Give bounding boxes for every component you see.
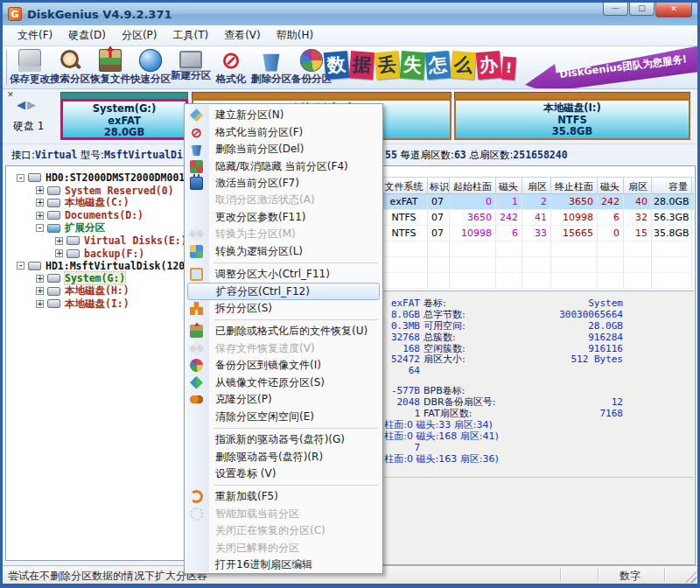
detail-label: 可用空间:	[424, 321, 511, 332]
maximize-button[interactable]: □	[629, 3, 654, 16]
smart-load-icon	[190, 508, 203, 521]
context-menu-item[interactable]: 删除驱动器号(盘符)(R)	[186, 448, 382, 465]
column-header[interactable]: 磁头	[598, 178, 624, 193]
context-menu-item[interactable]: 重新加载(F5)	[186, 488, 382, 505]
detail-chs-text: (柱面:0 磁头:168 扇区:41)	[381, 431, 499, 443]
table-cell: 33	[522, 226, 551, 242]
toolbar-button[interactable]: 快速分区	[130, 48, 171, 88]
table-cell: 07	[428, 226, 450, 242]
context-menu-item[interactable]: 备份分区到镜像文件(I)	[186, 357, 382, 374]
resize-grip[interactable]	[685, 571, 696, 583]
context-menu-item: 关闭正在恢复的分区(C)	[186, 522, 382, 539]
collapse-icon[interactable]: -	[17, 174, 24, 182]
column-header[interactable]: 扇区	[522, 178, 551, 193]
column-header[interactable]: 起始柱面	[450, 178, 496, 193]
partition-block[interactable]: System(G:)exFAT28.0GB	[60, 92, 188, 140]
toolbar-button[interactable]: 恢复文件	[90, 48, 130, 88]
next-disk-icon[interactable]: ▶	[27, 98, 36, 111]
menu-item[interactable]: 工具(T)	[164, 25, 216, 46]
status-separator	[560, 568, 561, 582]
context-menu-item-label: 建立新分区(N)	[215, 108, 284, 122]
context-menu-item[interactable]: 从镜像文件还原分区(S)	[186, 374, 382, 391]
disk-label: 硬盘 1	[13, 119, 44, 134]
context-menu-item[interactable]: 删除当前分区(Del)	[186, 141, 382, 158]
context-menu-item[interactable]: 隐藏/取消隐藏 当前分区(F4)	[186, 158, 382, 174]
partition-icon	[47, 299, 60, 308]
panel-close-icon[interactable]: ✕	[5, 90, 16, 101]
table-cell: 242	[496, 210, 522, 226]
context-menu-item[interactable]: 已删除或格式化后的文件恢复(U)	[186, 323, 382, 340]
context-menu-item[interactable]: 清除分区空闲空间(E)	[186, 408, 382, 424]
menu-item[interactable]: 查看(V)	[216, 25, 269, 46]
menu-bar: 文件(F)硬盘(D)分区(P)工具(T)查看(V)帮助(H)	[3, 25, 697, 46]
column-header[interactable]: 标识	[428, 178, 450, 193]
prev-disk-icon[interactable]: ◀	[17, 98, 25, 111]
disk-icon	[28, 262, 41, 270]
column-header[interactable]: 容量	[652, 178, 692, 193]
detail-value	[511, 386, 623, 397]
expand-icon[interactable]: +	[36, 186, 44, 194]
context-menu-item[interactable]: 设置卷标 (V)	[186, 466, 382, 482]
banner-tile: 么	[451, 51, 476, 80]
column-header[interactable]: 扇区	[624, 178, 652, 193]
expand-icon[interactable]: +	[55, 249, 63, 257]
convert-logical-icon	[190, 245, 203, 258]
reload-icon	[190, 490, 203, 503]
tree-item-label: 本地磁盘(C:)	[65, 196, 130, 209]
column-header[interactable]: 文件系统	[382, 178, 428, 193]
save-progress-icon	[188, 340, 204, 356]
search-partition-icon	[59, 49, 81, 72]
expand-icon[interactable]: +	[36, 300, 44, 308]
expand-icon[interactable]: +	[55, 237, 63, 245]
collapse-icon[interactable]: -	[17, 262, 24, 270]
context-menu-item-label: 格式化当前分区(F)	[215, 125, 303, 140]
expand-icon[interactable]: +	[36, 287, 44, 295]
tree-item-label: Documents(D:)	[65, 209, 144, 221]
detail-value: System	[511, 298, 623, 310]
table-cell: 56.3GB	[652, 210, 692, 226]
toolbar-button-label: 保存更改	[10, 73, 50, 86]
column-header[interactable]: 磁头	[496, 178, 522, 193]
expand-icon[interactable]: +	[36, 199, 44, 206]
context-menu-item[interactable]: 克隆分区(P)	[186, 391, 382, 408]
file-recovery-icon	[190, 325, 203, 338]
close-button[interactable]: ✕	[655, 3, 692, 18]
context-menu-item[interactable]: 拆分分区(S)	[186, 300, 382, 317]
column-header[interactable]: 终止柱面	[551, 178, 598, 193]
collapse-icon[interactable]: -	[36, 224, 44, 232]
context-menu-item[interactable]: 调整分区大小(Ctrl_F11)	[186, 266, 382, 283]
banner-tile: 据	[349, 51, 374, 80]
toolbar-button[interactable]: 删除分区	[251, 48, 291, 88]
toolbar-button[interactable]: 保存更改	[10, 48, 50, 88]
context-menu-item[interactable]: 转换为逻辑分区(L)	[186, 243, 382, 260]
context-menu-item[interactable]: 更改分区参数(F11)	[186, 209, 382, 226]
toolbar-button[interactable]: ⊘格式化	[211, 48, 251, 88]
menu-item[interactable]: 分区(P)	[114, 25, 165, 46]
table-cell	[522, 257, 551, 273]
context-menu-item[interactable]: 激活当前分区(F7)	[186, 175, 382, 192]
context-menu-item[interactable]: ⊘格式化当前分区(F)	[186, 123, 382, 140]
context-menu-item-label: 删除驱动器号(盘符)(R)	[215, 450, 323, 465]
table-cell: 2	[522, 194, 551, 210]
context-menu-item[interactable]: 建立新分区(N)	[186, 107, 382, 123]
expand-icon[interactable]: +	[36, 275, 44, 283]
toolbar-button[interactable]: 搜索分区	[50, 48, 90, 88]
context-menu-item[interactable]: 打开16进制扇区编辑	[186, 556, 382, 573]
minimize-button[interactable]: —	[603, 3, 628, 16]
menu-item[interactable]: 硬盘(D)	[60, 25, 114, 46]
partition-type-cap	[60, 92, 188, 99]
info-value: 251658240	[513, 149, 567, 161]
table-cell	[551, 273, 598, 289]
table-cell	[382, 242, 428, 257]
menu-item[interactable]: 文件(F)	[10, 25, 60, 46]
partition-icon	[66, 236, 80, 245]
context-menu-item[interactable]: 扩容分区(Ctrl_F12)	[187, 283, 380, 299]
expand-icon[interactable]: +	[36, 212, 44, 220]
partition-block[interactable]: 本地磁盘(I:)NTFS35.8GB	[454, 92, 690, 140]
context-menu-item-label: 打开16进制扇区编辑	[215, 557, 312, 572]
context-menu-item[interactable]: 指派新的驱动器号(盘符)(G)	[186, 431, 382, 448]
tree-item-label: 扩展分区	[65, 221, 105, 234]
menu-item[interactable]: 帮助(H)	[269, 25, 321, 46]
title-bar[interactable]: G DiskGenius V4.9.2.371 —□✕	[3, 3, 697, 25]
toolbar-button[interactable]: 新建分区	[171, 48, 211, 88]
